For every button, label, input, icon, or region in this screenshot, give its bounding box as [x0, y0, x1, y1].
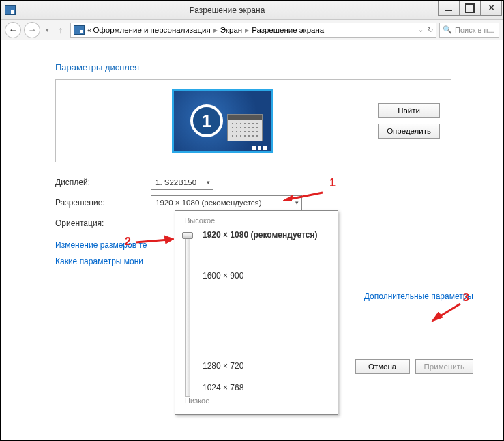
svg-line-4	[436, 304, 460, 319]
advanced-params-link[interactable]: Дополнительные параметры	[364, 291, 473, 301]
up-button[interactable]: ↑	[54, 25, 68, 35]
dropdown-bottom-label: Низкое	[185, 397, 209, 405]
window-titlebar: Разрешение экрана	[1, 1, 503, 20]
resolution-slider-thumb[interactable]	[182, 232, 193, 239]
resolution-select[interactable]: 1920 × 1080 (рекомендуется) ▾	[151, 195, 302, 210]
minimize-button[interactable]	[438, 1, 460, 16]
monitor-desktop-preview	[227, 114, 263, 141]
app-icon	[5, 5, 16, 15]
resolution-option[interactable]: 1280 × 720	[203, 361, 243, 371]
display-select[interactable]: 1. S22B150 ▾	[151, 175, 213, 190]
breadcrumb-separator-icon: ▸	[245, 25, 249, 35]
chevron-down-icon[interactable]: ⌄	[418, 26, 424, 33]
back-button[interactable]: ←	[5, 22, 21, 38]
find-button[interactable]: Найти	[378, 103, 440, 118]
monitor-thumbnail[interactable]: 1	[172, 89, 273, 153]
breadcrumb-item[interactable]: Экран	[220, 26, 242, 34]
resolution-slider-track[interactable]	[185, 233, 190, 397]
display-row: Дисплей: 1. S22B150 ▾	[55, 172, 451, 193]
window-title: Разрешение экрана	[16, 5, 439, 15]
address-bar[interactable]: « Оформление и персонализация ▸ Экран ▸ …	[70, 23, 436, 38]
breadcrumb-item[interactable]: Оформление и персонализация	[93, 26, 210, 34]
resolution-option[interactable]: 1024 × 768	[203, 383, 243, 393]
resolution-option[interactable]: 1920 × 1080 (рекомендуется)	[203, 230, 317, 240]
orientation-label: Ориентация:	[55, 218, 151, 228]
resolution-select-value: 1920 × 1080 (рекомендуется)	[155, 199, 262, 207]
breadcrumb-item[interactable]: Разрешение экрана	[252, 26, 324, 34]
history-dropdown-icon[interactable]: ▾	[43, 27, 51, 33]
chevron-down-icon: ▾	[207, 179, 210, 186]
maximize-button[interactable]	[459, 1, 481, 16]
forward-button[interactable]: →	[24, 22, 40, 38]
breadcrumb-prefix: «	[87, 26, 91, 34]
control-panel-icon	[74, 25, 85, 35]
svg-marker-5	[432, 312, 443, 322]
page-title: Параметры дисплея	[55, 62, 477, 72]
resolution-option[interactable]: 1600 × 900	[203, 271, 243, 281]
display-preview-box: 1 Найти Определить	[55, 79, 451, 162]
cancel-button[interactable]: Отмена	[355, 359, 410, 374]
display-label: Дисплей:	[55, 177, 151, 187]
display-select-value: 1. S22B150	[155, 178, 196, 186]
search-input[interactable]: 🔍 Поиск в п...	[439, 23, 499, 38]
monitor-number-badge: 1	[190, 104, 223, 137]
identify-button[interactable]: Определить	[378, 124, 440, 139]
chevron-down-icon: ▾	[295, 199, 299, 206]
refresh-icon[interactable]: ↻	[428, 26, 433, 33]
annotation-arrow-3	[429, 301, 467, 323]
search-icon: 🔍	[443, 25, 452, 34]
navbar: ← → ▾ ↑ « Оформление и персонализация ▸ …	[1, 20, 503, 40]
breadcrumb-separator-icon: ▸	[213, 25, 218, 35]
resolution-dropdown-popup: Высокое 1920 × 1080 (рекомендуется)1600 …	[175, 210, 338, 415]
dropdown-top-label: Высокое	[185, 216, 331, 225]
resolution-label: Разрешение:	[55, 198, 151, 208]
close-button[interactable]	[480, 1, 502, 16]
search-placeholder: Поиск в п...	[455, 26, 494, 34]
apply-button[interactable]: Применить	[415, 359, 473, 374]
